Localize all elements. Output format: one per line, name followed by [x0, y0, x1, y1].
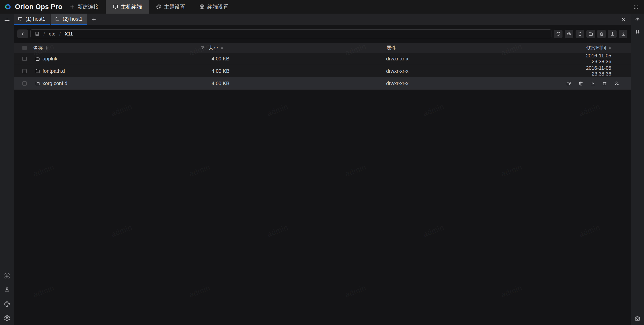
- copy-button[interactable]: [566, 81, 571, 86]
- table-row[interactable]: applnk 4.00 KB drwxr-xr-x 2016-11-05 23:…: [14, 53, 631, 65]
- file-mtime: 2016-11-05 23:38:36: [566, 65, 631, 77]
- app-title: Orion Ops Pro: [15, 3, 62, 11]
- menu-item-host-terminal[interactable]: 主机终端: [106, 0, 149, 14]
- top-menu: 新建连接 主机终端 主题设置 终端设置: [62, 0, 235, 14]
- tab-host1-files[interactable]: (2) host1: [51, 14, 87, 25]
- new-file-button[interactable]: [576, 30, 584, 38]
- row-checkbox[interactable]: [22, 57, 27, 61]
- file-mtime: 2016-11-05 23:38:36: [566, 53, 631, 64]
- tab-label: (2) host1: [63, 16, 83, 22]
- plus-icon: [3, 17, 11, 24]
- folder-icon: [35, 81, 40, 86]
- download-button[interactable]: [619, 30, 627, 38]
- delete-button[interactable]: [578, 81, 583, 86]
- upload-icon: [610, 31, 615, 36]
- sidebar-command-button[interactable]: [4, 273, 10, 279]
- menu-item-new-connection[interactable]: 新建连接: [62, 0, 106, 14]
- upload-button[interactable]: [608, 30, 617, 38]
- code-panel-button[interactable]: [634, 16, 640, 22]
- session-tab-bar: (1) host1 (2) host1: [14, 14, 631, 25]
- select-all-checkbox[interactable]: [22, 46, 27, 50]
- row-actions: [566, 81, 636, 86]
- transfer-list-button[interactable]: [634, 29, 640, 35]
- palette-icon: [156, 4, 162, 10]
- download-icon: [621, 31, 626, 36]
- column-label: 修改时间: [586, 45, 606, 51]
- tab-host1-terminal[interactable]: (1) host1: [14, 14, 50, 25]
- chevron-left-icon: [20, 31, 25, 36]
- sidebar-settings-button[interactable]: [4, 315, 10, 321]
- file-size: 4.00 KB: [200, 68, 386, 74]
- refresh-button[interactable]: [554, 30, 562, 38]
- fullscreen-button[interactable]: [633, 4, 639, 10]
- breadcrumb-separator: /: [59, 31, 61, 37]
- move-icon: [602, 81, 608, 86]
- table-row[interactable]: xorg.conf.d 4.00 KB drwxr-xr-x: [14, 77, 631, 90]
- sidebar-theme-button[interactable]: [4, 301, 10, 307]
- new-tab-button[interactable]: [88, 14, 99, 25]
- file-name: applnk: [43, 56, 57, 62]
- right-sidebar: [631, 14, 644, 325]
- refresh-icon: [556, 31, 561, 36]
- menu-item-terminal-settings[interactable]: 终端设置: [192, 0, 235, 14]
- sidebar-new-button[interactable]: [2, 16, 12, 26]
- file-name: fontpath.d: [43, 68, 65, 74]
- column-label: 大小: [208, 45, 218, 51]
- directory-list-icon[interactable]: [35, 31, 39, 36]
- preview-button[interactable]: [565, 30, 573, 38]
- column-header-mtime[interactable]: 修改时间: [586, 45, 611, 51]
- column-header-attr: 属性: [386, 45, 396, 51]
- gear-icon: [4, 315, 10, 321]
- new-folder-button[interactable]: [586, 30, 595, 38]
- move-button[interactable]: [602, 81, 608, 86]
- owner-button[interactable]: [614, 81, 620, 86]
- file-toolbar: [554, 30, 627, 38]
- download-button[interactable]: [590, 81, 595, 86]
- column-label: 名称: [33, 45, 43, 51]
- trash-icon: [599, 31, 604, 36]
- transfer-icon: [634, 29, 640, 35]
- sort-carets-icon: [221, 46, 223, 50]
- command-icon: [4, 273, 10, 279]
- file-table: 名称 大小: [14, 43, 631, 90]
- fullscreen-icon: [633, 4, 639, 10]
- menu-item-label: 新建连接: [77, 3, 99, 10]
- plus-icon: [69, 4, 75, 10]
- close-tab-button[interactable]: [618, 14, 628, 25]
- row-checkbox[interactable]: [22, 81, 27, 86]
- eye-icon: [567, 31, 572, 36]
- column-header-size[interactable]: 大小: [208, 45, 223, 51]
- path-bar: / etc / X11: [17, 29, 627, 38]
- table-header: 名称 大小: [14, 43, 631, 53]
- stamp-icon: [4, 287, 10, 293]
- column-header-name[interactable]: 名称: [33, 45, 48, 51]
- back-button[interactable]: [17, 29, 28, 38]
- breadcrumb: / etc / X11: [30, 29, 551, 38]
- folder-icon: [35, 56, 40, 61]
- code-icon: [634, 16, 640, 22]
- plus-icon: [91, 17, 97, 22]
- menu-item-label: 主机终端: [121, 3, 142, 10]
- folder-plus-icon: [588, 31, 593, 36]
- file-attr: drwxr-xr-x: [386, 68, 566, 74]
- sidebar-stamp-button[interactable]: [4, 287, 10, 293]
- close-icon: [621, 17, 626, 22]
- breadcrumb-segment-etc[interactable]: etc: [49, 31, 55, 37]
- menu-item-label: 主题设置: [164, 3, 185, 10]
- camera-icon: [634, 315, 640, 321]
- breadcrumb-segment-current: X11: [65, 31, 73, 37]
- table-row[interactable]: fontpath.d 4.00 KB drwxr-xr-x 2016-11-05…: [14, 65, 631, 77]
- monitor-icon: [18, 17, 23, 21]
- filter-icon[interactable]: [200, 46, 205, 50]
- user-group-icon: [614, 81, 620, 86]
- delete-button[interactable]: [597, 30, 606, 38]
- file-size: 4.00 KB: [200, 81, 386, 86]
- logo-area: Orion Ops Pro: [0, 2, 62, 11]
- menu-item-theme-settings[interactable]: 主题设置: [149, 0, 192, 14]
- screenshot-button[interactable]: [634, 315, 640, 321]
- sort-carets-icon: [609, 46, 611, 50]
- folder-icon: [35, 69, 40, 74]
- row-checkbox[interactable]: [22, 69, 27, 73]
- download-icon: [590, 81, 595, 86]
- file-name: xorg.conf.d: [43, 81, 67, 86]
